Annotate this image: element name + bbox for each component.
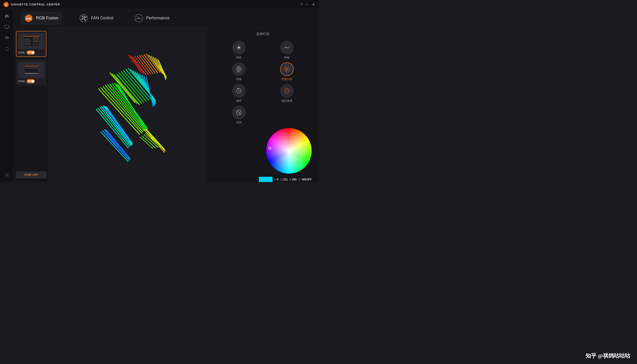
svg-point-119 (286, 90, 288, 92)
nav-tabs: RGB RGB Fusion FAN Control (14, 9, 318, 27)
channel-g-value: 211 (283, 178, 288, 181)
svg-rect-24 (23, 36, 39, 37)
svg-rect-31 (24, 73, 38, 74)
svg-line-111 (237, 46, 238, 46)
svg-text:RGB: RGB (26, 17, 32, 20)
svg-line-114 (237, 49, 238, 50)
effect-icon-rainbow (280, 84, 294, 98)
tab-performance[interactable]: Performance (130, 12, 173, 24)
svg-point-117 (238, 90, 239, 91)
effect-off[interactable]: 关闭 (216, 106, 262, 124)
sidebar (0, 9, 14, 182)
minimize-button[interactable]: − (306, 3, 308, 6)
svg-line-88 (101, 132, 128, 162)
preview-panel (49, 27, 207, 182)
svg-line-37 (137, 56, 151, 74)
app-body: RGB RGB Fusion FAN Control (0, 9, 318, 182)
sidebar-item-gpu[interactable] (2, 33, 12, 43)
rgb-preview-svg (78, 43, 178, 166)
svg-text:G: G (5, 4, 7, 6)
tab-fan-label: FAN Control (91, 16, 113, 20)
svg-point-21 (33, 44, 34, 45)
device-img-ram (18, 62, 44, 78)
color-wheel-wrapper[interactable] (266, 128, 312, 174)
sync-label-ram: SYNC (18, 80, 25, 82)
close-button[interactable]: ✕ (312, 3, 315, 6)
channel-r-value: 0 (277, 178, 279, 181)
svg-line-101 (146, 132, 162, 148)
svg-rect-30 (36, 67, 38, 69)
sidebar-item-sync[interactable] (2, 44, 12, 54)
effect-label-off: 关闭 (236, 120, 242, 124)
color-section: R 0 G 211 B 255 # 00D3FF (212, 128, 314, 182)
device-card-ram[interactable]: SYNC ON (16, 60, 46, 86)
tab-fan-control[interactable]: FAN Control (76, 12, 117, 24)
svg-rect-28 (30, 67, 32, 69)
effect-rainbow[interactable]: 彩虹波浪 (264, 84, 310, 103)
effects-grid: 恒亮 呼吸 闪烁 (212, 41, 314, 124)
svg-line-43 (151, 56, 163, 74)
svg-point-116 (284, 66, 290, 72)
svg-rect-2 (5, 25, 9, 28)
svg-rect-29 (33, 67, 35, 69)
svg-point-12 (83, 18, 84, 19)
svg-line-121 (238, 111, 240, 114)
color-value-row: R 0 G 211 B 255 # 00D3FF (259, 177, 312, 182)
help-button[interactable]: ? (300, 3, 302, 6)
color-cursor[interactable] (268, 147, 271, 150)
fan-control-icon (79, 14, 88, 23)
effect-label-doubleflash: 双重闪烁 (282, 77, 292, 81)
effect-doubleflash[interactable]: 双重闪烁 (264, 62, 310, 81)
svg-line-112 (240, 49, 241, 50)
svg-point-22 (35, 44, 36, 45)
svg-point-106 (238, 46, 240, 49)
sync-label-mb: SYNC (18, 51, 25, 54)
toggle-ram[interactable]: ON (26, 79, 35, 83)
effect-label-flash: 闪烁 (236, 77, 242, 81)
app-title: GIGABYTE CONTROL CENTER (11, 3, 60, 6)
hex-value: 00D3FF (302, 178, 312, 181)
effects-title: 选择灯效 (212, 32, 314, 36)
device-card-motherboard[interactable]: SYNC ON (16, 31, 46, 57)
app-logo: G (4, 2, 9, 7)
effect-static[interactable]: 恒亮 (216, 41, 262, 60)
svg-line-40 (144, 54, 158, 73)
main-content: SYNC ON (14, 27, 318, 182)
svg-point-6 (6, 37, 7, 38)
sidebar-item-settings[interactable] (2, 170, 12, 180)
sync-off-button[interactable]: SYNC OFF (16, 172, 46, 178)
device-panel: SYNC ON (14, 27, 49, 182)
svg-rect-18 (24, 43, 30, 44)
device-sync-row-ram: SYNC ON (18, 79, 44, 83)
rgb-fusion-icon: RGB (24, 14, 33, 23)
effect-icon-off (232, 106, 246, 119)
channel-r: R 0 (274, 178, 278, 181)
effect-icon-doubleflash (280, 62, 294, 76)
sidebar-item-home[interactable] (2, 11, 12, 21)
effect-icon-static (232, 41, 246, 54)
device-sync-row-mb: SYNC ON (18, 50, 44, 54)
svg-rect-16 (24, 39, 30, 40)
effect-cycle[interactable]: 循环 (216, 84, 262, 103)
svg-rect-32 (24, 66, 38, 67)
effect-icon-breathe (280, 41, 294, 54)
effect-breathe[interactable]: 呼吸 (264, 41, 310, 60)
effect-icon-cycle (232, 84, 246, 98)
sidebar-item-monitor[interactable] (2, 22, 12, 32)
svg-point-118 (284, 88, 290, 93)
svg-line-65 (146, 77, 153, 106)
tab-rgb-label: RGB Fusion (36, 16, 58, 20)
svg-point-23 (37, 44, 38, 45)
svg-point-8 (6, 174, 8, 176)
svg-rect-26 (25, 67, 27, 69)
effect-flash[interactable]: 闪烁 (216, 62, 262, 81)
tab-performance-label: Performance (146, 16, 170, 20)
tab-rgb-fusion[interactable]: RGB RGB Fusion (20, 12, 62, 24)
toggle-mb[interactable]: ON (26, 50, 35, 54)
svg-line-94 (107, 132, 126, 156)
effect-label-cycle: 循环 (236, 99, 242, 103)
channel-g: G 211 (280, 178, 288, 181)
effects-panel: 选择灯效 恒亮 呼吸 (207, 27, 318, 182)
color-preview-rect (259, 177, 272, 182)
color-wheel[interactable] (266, 128, 312, 174)
